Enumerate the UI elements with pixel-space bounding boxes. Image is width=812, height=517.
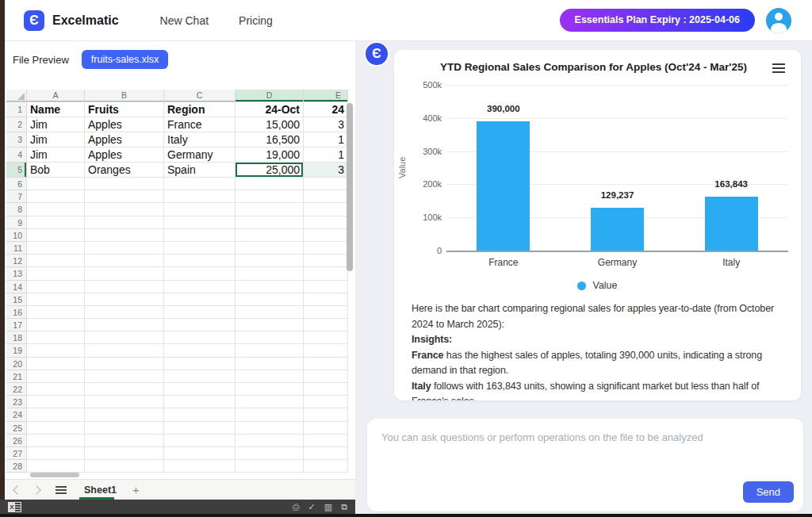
plan-expiry-badge[interactable]: Essentials Plan Expiry : 2025-04-06: [560, 9, 755, 32]
row-header-27[interactable]: 27: [6, 447, 27, 460]
row-header-19[interactable]: 19: [6, 344, 27, 357]
cell-C4[interactable]: Germany: [164, 147, 236, 163]
row-header-2[interactable]: 2: [6, 117, 27, 132]
cell-B12[interactable]: [85, 255, 164, 267]
cell-E14[interactable]: [304, 281, 348, 293]
row-header-11[interactable]: 11: [6, 242, 27, 255]
cell-A11[interactable]: [27, 242, 85, 255]
cell-C7[interactable]: [164, 190, 236, 203]
cell-E23[interactable]: [304, 396, 348, 408]
add-sheet-icon[interactable]: +: [132, 484, 140, 496]
row-header-25[interactable]: 25: [6, 422, 27, 435]
cell-C28[interactable]: [164, 460, 236, 473]
bar-germany[interactable]: [591, 208, 644, 251]
row-header-22[interactable]: 22: [6, 383, 27, 396]
row-header-20[interactable]: 20: [6, 358, 27, 370]
cell-C5[interactable]: Spain: [164, 163, 236, 178]
cell-E18[interactable]: [304, 331, 348, 344]
cell-B24[interactable]: [85, 408, 164, 421]
row-header-13[interactable]: 13: [6, 267, 27, 280]
cell-E22[interactable]: [304, 383, 348, 396]
cell-A25[interactable]: [27, 422, 85, 435]
cell-E15[interactable]: [304, 293, 348, 306]
cell-E2[interactable]: 3: [304, 117, 348, 132]
cell-B20[interactable]: [85, 358, 164, 370]
cell-C1[interactable]: Region: [164, 102, 236, 117]
cell-A23[interactable]: [27, 396, 85, 408]
cell-B19[interactable]: [85, 344, 164, 357]
cell-E16[interactable]: [304, 306, 348, 319]
file-tab[interactable]: fruits-sales.xlsx: [82, 50, 168, 69]
cell-E11[interactable]: [304, 242, 348, 255]
cell-B22[interactable]: [85, 383, 164, 396]
cell-B5[interactable]: Oranges: [85, 163, 164, 178]
cell-C6[interactable]: [164, 178, 236, 190]
windows-icon[interactable]: ⧉: [341, 502, 347, 512]
cell-D24[interactable]: [236, 408, 304, 421]
row-header-7[interactable]: 7: [6, 190, 27, 203]
chat-input[interactable]: [367, 419, 803, 476]
cell-A26[interactable]: [27, 435, 85, 447]
nav-link-pricing[interactable]: Pricing: [239, 14, 273, 27]
cell-A3[interactable]: Jim: [27, 132, 85, 147]
cell-B23[interactable]: [85, 396, 164, 408]
cell-D2[interactable]: 15,000: [236, 117, 304, 132]
cell-A17[interactable]: [27, 319, 85, 331]
cell-E20[interactable]: [304, 358, 348, 370]
cell-A14[interactable]: [27, 281, 85, 293]
cell-D7[interactable]: [236, 190, 304, 203]
cell-C25[interactable]: [164, 422, 236, 435]
row-header-21[interactable]: 21: [6, 370, 27, 383]
column-header-C[interactable]: C: [164, 90, 236, 102]
cell-D14[interactable]: [236, 281, 304, 293]
horizontal-scrollbar[interactable]: [30, 473, 79, 477]
row-header-5[interactable]: 5: [6, 163, 27, 178]
cell-E9[interactable]: [304, 216, 348, 229]
row-header-1[interactable]: 1: [6, 102, 27, 117]
column-header-A[interactable]: A: [27, 90, 85, 102]
cell-D28[interactable]: [236, 460, 304, 473]
cell-D8[interactable]: [236, 203, 304, 216]
cell-A1[interactable]: Name: [27, 102, 85, 117]
row-header-16[interactable]: 16: [6, 306, 27, 319]
cell-B13[interactable]: [85, 267, 164, 280]
cell-B4[interactable]: Apples: [85, 147, 164, 163]
cell-D23[interactable]: [236, 396, 304, 408]
row-header-14[interactable]: 14: [6, 281, 27, 293]
column-header-E[interactable]: E: [304, 90, 348, 102]
cell-E25[interactable]: [304, 422, 348, 435]
cell-D22[interactable]: [236, 383, 304, 396]
sheet-tab-sheet1[interactable]: Sheet1: [81, 480, 120, 500]
cell-E24[interactable]: [304, 408, 348, 421]
cell-D19[interactable]: [236, 344, 304, 357]
cell-A9[interactable]: [27, 216, 85, 229]
split-view-icon[interactable]: ▥: [324, 502, 332, 512]
row-header-6[interactable]: 6: [6, 178, 27, 190]
cell-D10[interactable]: [236, 229, 304, 242]
cell-B25[interactable]: [85, 422, 164, 435]
cell-A27[interactable]: [27, 447, 85, 460]
cell-E3[interactable]: 1: [304, 132, 348, 147]
cell-E8[interactable]: [304, 203, 348, 216]
bar-italy[interactable]: [705, 197, 758, 251]
cell-E26[interactable]: [304, 435, 348, 447]
vertical-scrollbar[interactable]: [347, 103, 353, 271]
row-header-4[interactable]: 4: [6, 147, 27, 163]
cell-D12[interactable]: [236, 255, 304, 267]
print-icon[interactable]: ⎙: [293, 502, 300, 512]
cell-D15[interactable]: [236, 293, 304, 306]
cell-D25[interactable]: [236, 422, 304, 435]
cell-B15[interactable]: [85, 293, 164, 306]
row-header-24[interactable]: 24: [6, 408, 27, 421]
cell-B21[interactable]: [85, 370, 164, 383]
cell-C3[interactable]: Italy: [164, 132, 236, 147]
cell-D3[interactable]: 16,500: [236, 132, 304, 147]
cell-A21[interactable]: [27, 370, 85, 383]
cell-C27[interactable]: [164, 447, 236, 460]
cell-A6[interactable]: [27, 178, 85, 190]
cell-C2[interactable]: France: [164, 117, 236, 132]
row-header-10[interactable]: 10: [6, 229, 27, 242]
next-sheet-icon[interactable]: [32, 485, 40, 494]
cell-A24[interactable]: [27, 408, 85, 421]
cell-E4[interactable]: 1: [304, 147, 348, 163]
